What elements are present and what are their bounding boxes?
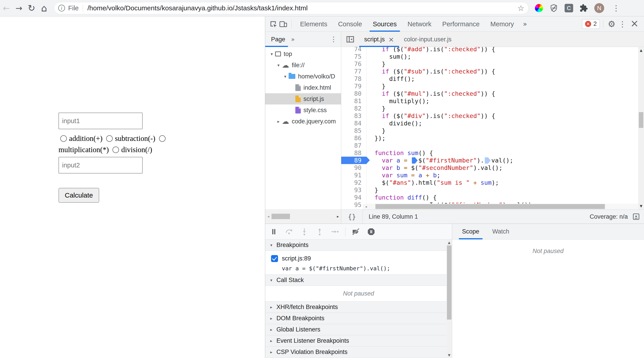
browser-menu-icon[interactable]: ⋮ <box>610 3 622 12</box>
section-cspviolationbreakpoints[interactable]: ▸CSP Violation Breakpoints <box>265 347 452 358</box>
forward-icon[interactable]: → <box>12 3 25 13</box>
tab-scope[interactable]: Scope <box>459 224 482 239</box>
breakpoints-section-header[interactable]: ▾ Breakpoints <box>265 240 452 251</box>
scroll-thumb[interactable] <box>272 214 290 219</box>
tab-watch[interactable]: Watch <box>489 224 513 239</box>
line-number[interactable]: 83 <box>341 112 366 120</box>
profile-avatar[interactable]: N <box>594 3 604 13</box>
editor-tab-scriptjs[interactable]: script.js× <box>359 32 399 47</box>
sidebar-menu-icon[interactable]: ⋮ <box>326 35 341 43</box>
sidebar-more-tabs-icon[interactable]: » <box>291 36 295 43</box>
tree-item-file[interactable]: ▾☁file:// <box>265 59 341 71</box>
close-tab-icon[interactable]: × <box>388 35 394 43</box>
scroll-right-icon[interactable]: ▸ <box>335 214 341 219</box>
radio-division[interactable] <box>112 147 119 153</box>
line-number[interactable]: 87 <box>341 142 366 149</box>
line-number[interactable]: 79 <box>341 82 366 90</box>
editor-hscrollbar[interactable]: ◂ <box>363 204 638 209</box>
tree-expanded-icon[interactable]: ▾ <box>275 63 282 68</box>
radio-multiplication[interactable] <box>159 135 166 142</box>
scroll-down-icon[interactable]: ▼ <box>638 204 644 208</box>
inspect-element-icon[interactable] <box>268 19 278 29</box>
tree-item-scriptjs[interactable]: script.js <box>265 93 341 104</box>
scroll-left-icon[interactable]: ◂ <box>363 204 369 209</box>
home-icon[interactable]: ⌂ <box>38 3 50 14</box>
color-wheel-extension-icon[interactable] <box>535 4 543 12</box>
code-area[interactable]: 74 if ($("#add").is(":checked")) {75 sum… <box>341 47 644 209</box>
scroll-up-icon[interactable]: ▲ <box>638 48 644 52</box>
back-icon[interactable]: ← <box>0 3 12 13</box>
tab-page[interactable]: Page <box>265 32 291 47</box>
pause-on-exceptions-icon[interactable] <box>366 227 376 237</box>
scroll-thumb[interactable] <box>376 204 605 209</box>
coverage-icon[interactable] <box>632 212 640 221</box>
line-number[interactable]: 88 <box>341 149 366 157</box>
line-number[interactable]: 91 <box>341 171 366 179</box>
tree-collapsed-icon[interactable]: ▸ <box>275 119 282 124</box>
line-number[interactable]: 89 <box>341 157 366 164</box>
section-eventlistenerbreakpoints[interactable]: ▸Event Listener Breakpoints <box>265 335 452 347</box>
line-number[interactable]: 94 <box>341 194 366 201</box>
step-out-icon[interactable] <box>315 227 324 237</box>
error-badge[interactable]: ✕ 2 <box>582 19 600 29</box>
reload-icon[interactable]: ↻ <box>25 3 38 13</box>
tree-item-top[interactable]: ▾top <box>265 48 341 59</box>
step-over-icon[interactable] <box>284 227 294 237</box>
line-number[interactable]: 76 <box>341 60 366 68</box>
devtools-menu-icon[interactable]: ⋮ <box>617 19 628 28</box>
editor-tab-colorinputuserjs[interactable]: color-input.user.js <box>399 32 457 47</box>
adblock-extension-icon[interactable]: ADB <box>549 3 558 12</box>
line-number[interactable]: 74 <box>341 47 366 53</box>
pause-script-icon[interactable] <box>269 227 279 237</box>
line-number[interactable]: 77 <box>341 68 366 75</box>
line-number[interactable]: 93 <box>341 186 366 194</box>
bookmark-star-icon[interactable]: ☆ <box>518 3 524 12</box>
radio-addition[interactable] <box>60 135 67 142</box>
section-xhrfetchbreakpoints[interactable]: ▸XHR/fetch Breakpoints <box>265 302 452 313</box>
deactivate-breakpoints-icon[interactable] <box>351 227 361 237</box>
line-number[interactable]: 92 <box>341 179 366 186</box>
pretty-print-icon[interactable]: {} <box>341 210 363 224</box>
tree-expanded-icon[interactable]: ▾ <box>282 74 288 79</box>
address-bar[interactable]: i File /home/volko/Documents/kosarajunav… <box>54 2 528 14</box>
scroll-thumb[interactable] <box>447 245 452 320</box>
line-number[interactable]: 81 <box>341 97 366 105</box>
line-number[interactable]: 80 <box>341 90 366 97</box>
section-dombreakpoints[interactable]: ▸DOM Breakpoints <box>265 313 452 324</box>
section-globallisteners[interactable]: ▸Global Listeners <box>265 324 452 335</box>
step-into-icon[interactable] <box>300 227 309 237</box>
scroll-down-icon[interactable]: ▼ <box>446 353 452 357</box>
breakpoint-entry[interactable]: script.js:89var a = $("#firstNumber").va… <box>265 251 452 275</box>
site-info-icon[interactable]: i <box>58 5 65 11</box>
tree-expanded-icon[interactable]: ▾ <box>268 51 275 56</box>
more-tabs-icon[interactable]: » <box>520 20 531 28</box>
scroll-thumb[interactable] <box>639 112 643 128</box>
tab-console[interactable]: Console <box>333 16 367 32</box>
tab-network[interactable]: Network <box>402 16 437 32</box>
line-number[interactable]: 85 <box>341 127 366 134</box>
tree-item-indexhtml[interactable]: index.html <box>265 82 341 93</box>
radio-subtraction[interactable] <box>106 135 113 142</box>
scroll-left-icon[interactable]: ◂ <box>265 214 272 219</box>
tab-performance[interactable]: Performance <box>437 16 485 32</box>
line-number[interactable]: 90 <box>341 164 366 171</box>
settings-gear-icon[interactable]: ⚙ <box>606 19 617 29</box>
step-icon[interactable] <box>330 227 340 237</box>
tab-elements[interactable]: Elements <box>295 16 333 32</box>
line-number[interactable]: 86 <box>341 134 366 142</box>
editor-vscrollbar[interactable]: ▲ ▼ <box>638 47 644 209</box>
sidebar-hscrollbar[interactable]: ◂ ▸ <box>265 209 341 224</box>
scroll-up-icon[interactable]: ▲ <box>446 241 452 244</box>
device-toolbar-icon[interactable] <box>278 19 288 29</box>
navigator-toggle-icon[interactable] <box>341 35 359 44</box>
devtools-close-icon[interactable]: × <box>628 17 641 30</box>
tab-memory[interactable]: Memory <box>485 16 520 32</box>
tab-sources[interactable]: Sources <box>367 16 402 32</box>
line-number[interactable]: 78 <box>341 75 366 82</box>
extensions-puzzle-icon[interactable] <box>580 4 588 12</box>
line-number[interactable]: 75 <box>341 53 366 60</box>
line-number[interactable]: 82 <box>341 105 366 112</box>
input2-field[interactable] <box>58 157 142 173</box>
input1-field[interactable] <box>58 113 142 129</box>
tree-item-homevolkoD[interactable]: ▾home/volko/D <box>265 71 341 82</box>
